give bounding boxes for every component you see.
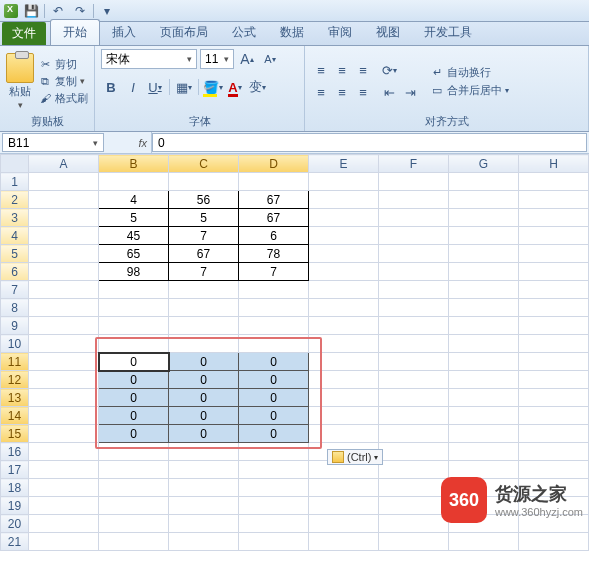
cell-A20[interactable] — [29, 515, 99, 533]
cell-B6[interactable]: 98 — [99, 263, 169, 281]
tab-data[interactable]: 数据 — [268, 20, 316, 45]
cell-F16[interactable] — [379, 443, 449, 461]
cell-E4[interactable] — [309, 227, 379, 245]
cell-D17[interactable] — [239, 461, 309, 479]
cell-C14[interactable]: 0 — [169, 407, 239, 425]
cell-C9[interactable] — [169, 317, 239, 335]
cell-E13[interactable] — [309, 389, 379, 407]
row-header-11[interactable]: 11 — [1, 353, 29, 371]
cell-E2[interactable] — [309, 191, 379, 209]
cell-D19[interactable] — [239, 497, 309, 515]
row-header-21[interactable]: 21 — [1, 533, 29, 551]
cell-F3[interactable] — [379, 209, 449, 227]
decrease-font-button[interactable]: A▾ — [260, 49, 280, 69]
row-header-9[interactable]: 9 — [1, 317, 29, 335]
fx-button[interactable]: fx — [106, 132, 152, 153]
cell-G11[interactable] — [449, 353, 519, 371]
font-color-button[interactable]: A▾ — [225, 77, 245, 97]
cell-F12[interactable] — [379, 371, 449, 389]
font-size-combo[interactable]: 11▾ — [200, 49, 234, 69]
align-right-button[interactable]: ≡ — [353, 82, 373, 102]
cell-H9[interactable] — [519, 317, 589, 335]
cell-E1[interactable] — [309, 173, 379, 191]
cell-D12[interactable]: 0 — [239, 371, 309, 389]
formula-input[interactable]: 0 — [152, 133, 587, 152]
cell-F11[interactable] — [379, 353, 449, 371]
cell-H16[interactable] — [519, 443, 589, 461]
cell-H2[interactable] — [519, 191, 589, 209]
cell-A17[interactable] — [29, 461, 99, 479]
tab-review[interactable]: 审阅 — [316, 20, 364, 45]
row-header-19[interactable]: 19 — [1, 497, 29, 515]
cell-B8[interactable] — [99, 299, 169, 317]
cell-F14[interactable] — [379, 407, 449, 425]
cell-D4[interactable]: 6 — [239, 227, 309, 245]
cell-H8[interactable] — [519, 299, 589, 317]
cell-E7[interactable] — [309, 281, 379, 299]
align-top-button[interactable]: ≡ — [311, 60, 331, 80]
format-painter-button[interactable]: 🖌格式刷 — [38, 91, 88, 106]
cell-C1[interactable] — [169, 173, 239, 191]
cut-button[interactable]: ✂剪切 — [38, 57, 88, 72]
cell-B15[interactable]: 0 — [99, 425, 169, 443]
cell-A19[interactable] — [29, 497, 99, 515]
copy-button[interactable]: ⧉复制▾ — [38, 74, 88, 89]
cell-E14[interactable] — [309, 407, 379, 425]
cell-D10[interactable] — [239, 335, 309, 353]
cell-A10[interactable] — [29, 335, 99, 353]
column-header-F[interactable]: F — [379, 155, 449, 173]
tab-home[interactable]: 开始 — [50, 19, 100, 45]
cell-G10[interactable] — [449, 335, 519, 353]
cell-G7[interactable] — [449, 281, 519, 299]
row-header-6[interactable]: 6 — [1, 263, 29, 281]
cell-E15[interactable] — [309, 425, 379, 443]
column-header-C[interactable]: C — [169, 155, 239, 173]
cell-D8[interactable] — [239, 299, 309, 317]
redo-button[interactable]: ↷ — [71, 2, 89, 20]
cell-H5[interactable] — [519, 245, 589, 263]
cell-F4[interactable] — [379, 227, 449, 245]
cell-C16[interactable] — [169, 443, 239, 461]
cell-D13[interactable]: 0 — [239, 389, 309, 407]
cell-B11[interactable]: 0 — [99, 353, 169, 371]
cell-G5[interactable] — [449, 245, 519, 263]
cell-E21[interactable] — [309, 533, 379, 551]
tab-file[interactable]: 文件 — [2, 22, 46, 45]
row-header-15[interactable]: 15 — [1, 425, 29, 443]
row-header-4[interactable]: 4 — [1, 227, 29, 245]
cell-D16[interactable] — [239, 443, 309, 461]
cell-F18[interactable] — [379, 479, 449, 497]
cell-C6[interactable]: 7 — [169, 263, 239, 281]
cell-B10[interactable] — [99, 335, 169, 353]
cell-A7[interactable] — [29, 281, 99, 299]
cell-B21[interactable] — [99, 533, 169, 551]
cell-D7[interactable] — [239, 281, 309, 299]
paste-options-button[interactable]: (Ctrl) ▾ — [327, 449, 383, 465]
select-all-corner[interactable] — [1, 155, 29, 173]
row-header-3[interactable]: 3 — [1, 209, 29, 227]
tab-insert[interactable]: 插入 — [100, 20, 148, 45]
cell-H14[interactable] — [519, 407, 589, 425]
cell-G1[interactable] — [449, 173, 519, 191]
cell-B1[interactable] — [99, 173, 169, 191]
cell-H17[interactable] — [519, 461, 589, 479]
cell-E6[interactable] — [309, 263, 379, 281]
cell-A15[interactable] — [29, 425, 99, 443]
cell-A2[interactable] — [29, 191, 99, 209]
cell-H6[interactable] — [519, 263, 589, 281]
cell-H10[interactable] — [519, 335, 589, 353]
cell-A16[interactable] — [29, 443, 99, 461]
cell-F17[interactable] — [379, 461, 449, 479]
cell-G4[interactable] — [449, 227, 519, 245]
cell-C5[interactable]: 67 — [169, 245, 239, 263]
cell-C8[interactable] — [169, 299, 239, 317]
cell-D3[interactable]: 67 — [239, 209, 309, 227]
cell-B17[interactable] — [99, 461, 169, 479]
cell-F21[interactable] — [379, 533, 449, 551]
cell-G6[interactable] — [449, 263, 519, 281]
column-header-G[interactable]: G — [449, 155, 519, 173]
cell-H4[interactable] — [519, 227, 589, 245]
cell-E12[interactable] — [309, 371, 379, 389]
cell-E19[interactable] — [309, 497, 379, 515]
cell-G14[interactable] — [449, 407, 519, 425]
